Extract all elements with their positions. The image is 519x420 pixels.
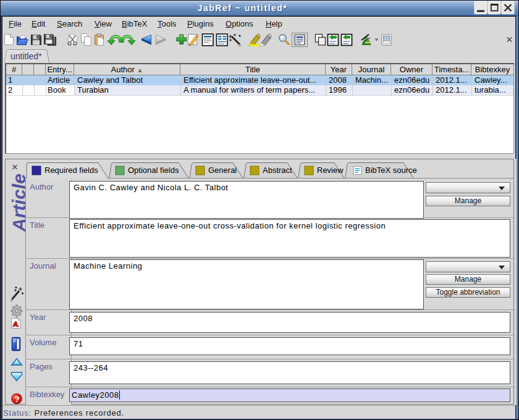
svg-text:Review: Review	[317, 166, 344, 175]
svg-text:Article: Article	[9, 174, 27, 232]
svg-text:Optional fields: Optional fields	[128, 166, 179, 175]
svg-text:?: ?	[14, 395, 19, 404]
svg-text:untitled*: untitled*	[11, 51, 42, 61]
svg-text:BibTeX source: BibTeX source	[365, 166, 417, 175]
svg-text:Abstract: Abstract	[263, 166, 292, 175]
svg-text:General: General	[208, 166, 237, 175]
svg-text:Required fields: Required fields	[44, 166, 98, 175]
